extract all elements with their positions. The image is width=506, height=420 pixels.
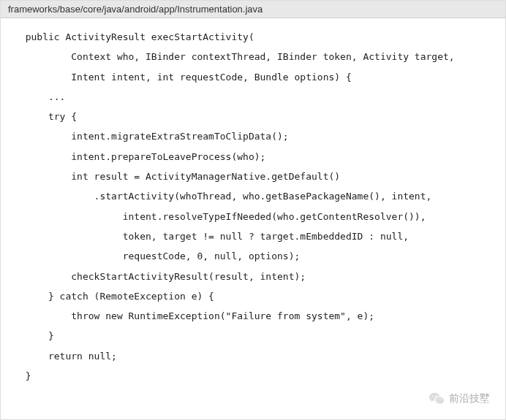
code-block: public ActivityResult execStartActivity(… bbox=[1, 18, 505, 419]
watermark: 前沿技墅 bbox=[428, 391, 490, 407]
file-path-text: frameworks/base/core/java/android/app/In… bbox=[8, 4, 263, 15]
wechat-icon bbox=[428, 391, 445, 407]
code-listing-container: frameworks/base/core/java/android/app/In… bbox=[0, 0, 506, 420]
watermark-text: 前沿技墅 bbox=[449, 392, 490, 405]
file-path-header: frameworks/base/core/java/android/app/In… bbox=[1, 1, 505, 18]
